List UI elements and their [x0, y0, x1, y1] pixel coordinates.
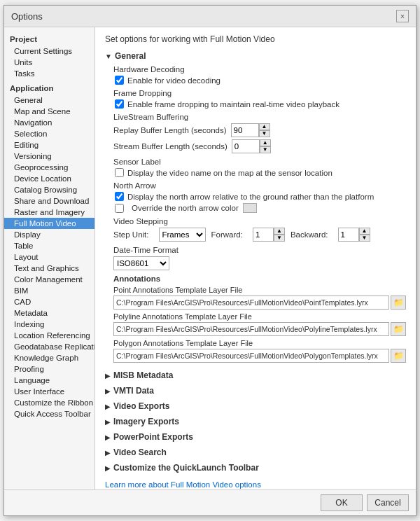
- backward-input[interactable]: [338, 228, 359, 242]
- vmti-data-section[interactable]: ▶ VMTI Data: [105, 384, 406, 398]
- sensor-label-checkbox-label: Display the video name on the map at the…: [127, 169, 332, 177]
- sidebar-item-raster-and-imagery[interactable]: Raster and Imagery: [4, 207, 94, 218]
- hardware-decoding-label: Hardware Decoding: [113, 65, 406, 74]
- quicklaunch-toolbar-section[interactable]: ▶ Customize the QuickLaunch Toolbar: [105, 461, 406, 475]
- sidebar-item-proofing[interactable]: Proofing: [4, 363, 94, 375]
- sidebar-item-layout[interactable]: Layout: [4, 251, 94, 263]
- stream-buffer-spinner-btns: ▲ ▼: [260, 139, 271, 153]
- sidebar-item-quick-access-toolbar[interactable]: Quick Access Toolbar: [4, 408, 94, 419]
- polyline-annotations-input[interactable]: [113, 322, 389, 336]
- sidebar-item-bim[interactable]: BIM: [4, 285, 94, 296]
- sensor-label-heading: Sensor Label: [113, 158, 406, 166]
- forward-up-btn[interactable]: ▲: [274, 228, 285, 235]
- sidebar-item-knowledge-graph[interactable]: Knowledge Graph: [4, 352, 94, 363]
- north-arrow-color-box: [243, 203, 257, 213]
- forward-down-btn[interactable]: ▼: [274, 235, 285, 242]
- sidebar-item-catalog-browsing[interactable]: Catalog Browsing: [4, 184, 94, 195]
- misb-metadata-section[interactable]: ▶ MISB Metadata: [105, 368, 406, 382]
- replay-buffer-down-btn[interactable]: ▼: [259, 130, 270, 137]
- backward-down-btn[interactable]: ▼: [359, 235, 370, 242]
- hardware-decoding-checkbox-label: Enable for video decoding: [127, 76, 220, 85]
- stream-buffer-label: Stream Buffer Length (seconds): [113, 142, 227, 151]
- sidebar-item-cad[interactable]: CAD: [4, 296, 94, 307]
- backward-spinner: ▲ ▼: [338, 228, 370, 242]
- sidebar-item-editing[interactable]: Editing: [4, 139, 94, 151]
- sidebar-item-color-management[interactable]: Color Management: [4, 274, 94, 285]
- datetime-format-select[interactable]: ISO8601: [113, 256, 169, 270]
- sidebar-item-display[interactable]: Display: [4, 229, 94, 240]
- sidebar-item-indexing[interactable]: Indexing: [4, 319, 94, 330]
- point-annotations-label: Point Annotations Template Layer File: [113, 286, 406, 294]
- sidebar-item-tasks[interactable]: Tasks: [4, 68, 94, 79]
- general-section-header[interactable]: ▼ General: [105, 51, 406, 61]
- ok-button[interactable]: OK: [321, 494, 363, 511]
- sidebar-item-map-and-scene[interactable]: Map and Scene: [4, 106, 94, 117]
- north-arrow-checkbox1[interactable]: [115, 192, 124, 201]
- forward-input[interactable]: [253, 228, 274, 242]
- sidebar-item-units[interactable]: Units: [4, 57, 94, 68]
- datetime-format-row: ISO8601: [113, 256, 406, 270]
- sidebar-item-device-location[interactable]: Device Location: [4, 173, 94, 184]
- sidebar-item-location-referencing[interactable]: Location Referencing: [4, 330, 94, 341]
- frame-dropping-checkbox-row: Enable frame dropping to maintain real-t…: [115, 99, 406, 109]
- close-button[interactable]: ×: [396, 10, 409, 22]
- sidebar-item-geoprocessing[interactable]: Geoprocessing: [4, 162, 94, 173]
- point-annotations-input[interactable]: [113, 296, 389, 310]
- powerpoint-exports-label: PowerPoint Exports: [113, 432, 193, 442]
- cancel-button[interactable]: Cancel: [367, 494, 409, 511]
- stream-buffer-input[interactable]: [232, 139, 260, 153]
- polyline-annotations-browse-btn[interactable]: 📁: [391, 322, 406, 336]
- point-annotations-file-row: 📁: [113, 296, 406, 310]
- north-arrow-checkbox2[interactable]: [115, 204, 124, 213]
- replay-buffer-spinner: ▲ ▼: [231, 123, 270, 137]
- sidebar-item-table[interactable]: Table: [4, 240, 94, 251]
- backward-up-btn[interactable]: ▲: [359, 228, 370, 235]
- sidebar-item-metadata[interactable]: Metadata: [4, 307, 94, 319]
- sidebar-item-language[interactable]: Language: [4, 375, 94, 386]
- imagery-exports-section[interactable]: ▶ Imagery Exports: [105, 415, 406, 429]
- hardware-decoding-checkbox[interactable]: [115, 76, 124, 85]
- general-section-content: Hardware Decoding Enable for video decod…: [113, 65, 406, 363]
- step-unit-select[interactable]: Frames Seconds: [159, 228, 206, 242]
- page-title: Set options for working with Full Motion…: [105, 34, 406, 44]
- sidebar-item-full-motion-video[interactable]: Full Motion Video: [4, 218, 94, 229]
- sidebar-item-versioning[interactable]: Versioning: [4, 151, 94, 162]
- stream-buffer-row: Stream Buffer Length (seconds) ▲ ▼: [113, 139, 406, 153]
- powerpoint-exports-section[interactable]: ▶ PowerPoint Exports: [105, 430, 406, 444]
- stream-buffer-up-btn[interactable]: ▲: [260, 139, 271, 146]
- sensor-label-checkbox[interactable]: [115, 168, 124, 177]
- polygon-annotations-browse-btn[interactable]: 📁: [391, 349, 406, 363]
- video-exports-section[interactable]: ▶ Video Exports: [105, 399, 406, 413]
- sidebar-item-user-interface[interactable]: User Interface: [4, 386, 94, 397]
- sidebar-item-current-settings[interactable]: Current Settings: [4, 46, 94, 57]
- sidebar-item-selection[interactable]: Selection: [4, 128, 94, 139]
- polygon-annotations-input[interactable]: [113, 349, 389, 363]
- replay-buffer-row: Replay Buffer Length (seconds) ▲ ▼: [113, 123, 406, 137]
- dialog-body: Project Current Settings Units Tasks App…: [4, 27, 416, 489]
- sidebar: Project Current Settings Units Tasks App…: [4, 27, 95, 489]
- polyline-annotations-label: Polyline Annotations Template Layer File: [113, 312, 406, 321]
- hardware-decoding-checkbox-row: Enable for video decoding: [115, 76, 406, 85]
- learn-more-link[interactable]: Learn more about Full Motion Video optio…: [105, 480, 261, 489]
- frame-dropping-checkbox[interactable]: [115, 99, 124, 109]
- point-annotations-browse-btn[interactable]: 📁: [391, 296, 406, 310]
- stream-buffer-down-btn[interactable]: ▼: [260, 146, 271, 153]
- sidebar-item-general[interactable]: General: [4, 95, 94, 106]
- north-arrow-checkbox2-row: Override the north arrow color: [115, 203, 406, 213]
- sidebar-item-navigation[interactable]: Navigation: [4, 117, 94, 128]
- replay-buffer-input[interactable]: [231, 123, 259, 137]
- misb-metadata-arrow: ▶: [105, 372, 111, 380]
- quicklaunch-toolbar-label: Customize the QuickLaunch Toolbar: [113, 463, 259, 473]
- sidebar-item-geodatabase-replication[interactable]: Geodatabase Replication: [4, 341, 94, 352]
- livestream-buffering-label: LiveStream Buffering: [113, 113, 406, 121]
- sidebar-item-share-and-download[interactable]: Share and Download: [4, 195, 94, 207]
- replay-buffer-up-btn[interactable]: ▲: [259, 123, 270, 130]
- sidebar-item-customize-ribbon[interactable]: Customize the Ribbon: [4, 397, 94, 408]
- polygon-annotations-label: Polygon Annotations Template Layer File: [113, 339, 406, 347]
- video-search-section[interactable]: ▶ Video Search: [105, 445, 406, 459]
- video-exports-label: Video Exports: [113, 401, 169, 411]
- vmti-data-label: VMTI Data: [113, 386, 154, 396]
- sidebar-item-text-and-graphics[interactable]: Text and Graphics: [4, 263, 94, 274]
- polygon-annotations-file-row: 📁: [113, 349, 406, 363]
- title-bar: Options ×: [4, 6, 416, 27]
